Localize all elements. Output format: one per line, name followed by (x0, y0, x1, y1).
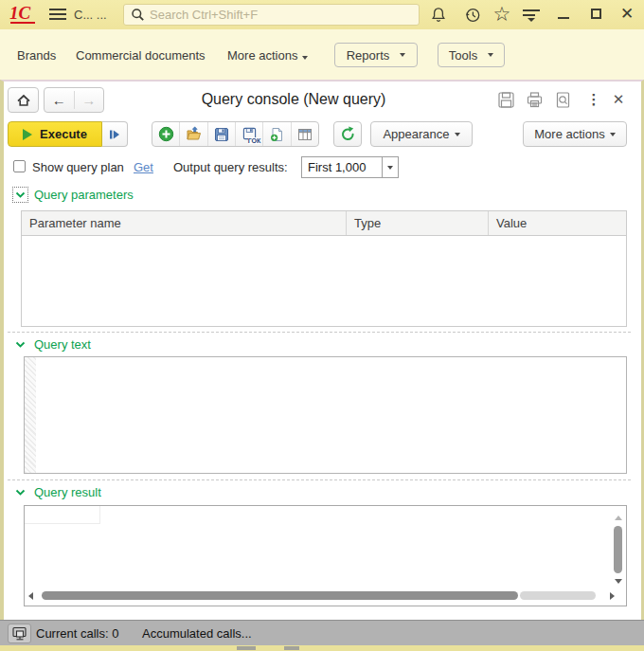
document-plus-icon (269, 127, 284, 142)
chevron-down-icon (387, 166, 393, 170)
1c-logo-icon: 1C (9, 4, 38, 25)
section-splitter[interactable] (8, 332, 631, 333)
history-icon[interactable] (462, 5, 483, 26)
section-splitter[interactable] (8, 479, 631, 480)
output-results-value[interactable]: First 1,000 (302, 157, 382, 177)
scroll-down-arrow-icon[interactable] (615, 579, 622, 584)
close-form-button[interactable]: ✕ (609, 90, 628, 109)
parameters-table-header: Parameter name Type Value (22, 211, 626, 236)
section-title-query-result[interactable]: Query result (34, 485, 101, 499)
horizontal-scrollbar[interactable] (28, 590, 615, 602)
current-calls-label: Current calls: 0 (36, 626, 118, 641)
vertical-scrollbar[interactable] (612, 510, 624, 586)
performance-indicators-button[interactable] (8, 624, 31, 643)
execute-step-button[interactable] (102, 121, 128, 147)
editor-gutter (25, 357, 36, 473)
status-bar: Current calls: 0 Accumulated calls... (0, 620, 644, 645)
app-window: 1C C... ... ☆ ✕ (0, 0, 644, 651)
print-icon[interactable] (525, 90, 544, 109)
scroll-up-arrow-icon[interactable] (615, 515, 622, 520)
section-title-parameters[interactable]: Query parameters (34, 188, 134, 202)
column-header-type[interactable]: Type (347, 211, 489, 235)
home-button[interactable] (8, 87, 39, 113)
show-query-plan-label: Show query plan (32, 160, 124, 174)
table-icon (297, 127, 313, 142)
chevron-down-icon (488, 53, 493, 57)
output-results-combo[interactable]: First 1,000 (301, 156, 399, 178)
chevron-down-icon (13, 188, 27, 202)
menu-bar: Brands Commercial documents More actions… (0, 29, 644, 80)
search-input[interactable] (150, 8, 419, 22)
appearance-button[interactable]: Appearance (370, 121, 473, 147)
menu-item-more-actions[interactable]: More actions (227, 48, 308, 63)
collapse-query-text-button[interactable] (12, 336, 28, 353)
page-title: Query console (New query) (104, 91, 483, 108)
floppy-icon (214, 127, 229, 142)
parameters-table[interactable]: Parameter name Type Value (21, 210, 627, 327)
collapse-parameters-button[interactable] (12, 187, 28, 203)
favorites-star-icon[interactable]: ☆ (492, 3, 512, 24)
forward-button[interactable]: → (75, 88, 104, 112)
global-search[interactable] (123, 4, 420, 26)
execute-button[interactable]: Execute (8, 121, 102, 147)
reports-button[interactable]: Reports (334, 43, 418, 67)
result-table-button[interactable] (292, 122, 318, 146)
combo-dropdown-button[interactable] (382, 157, 398, 177)
print-preview-icon[interactable] (553, 90, 572, 109)
show-query-plan-checkbox[interactable] (13, 160, 26, 172)
horizontal-scrollbar-thumb[interactable] (42, 591, 518, 600)
navigation-group: ← → (44, 87, 104, 113)
maximize-button[interactable] (591, 9, 601, 19)
taskbar-peek (284, 646, 299, 650)
column-header-parameter-name[interactable]: Parameter name (22, 211, 347, 235)
file-toolbar: ГОК (152, 121, 319, 147)
add-new-button[interactable] (152, 122, 180, 146)
more-actions-button[interactable]: More actions (523, 121, 627, 147)
monitor-icon (11, 626, 28, 642)
new-query-document-button[interactable] (263, 122, 291, 146)
section-title-query-text[interactable]: Query text (34, 337, 91, 352)
refresh-icon (340, 126, 356, 142)
more-menu-kebab-icon[interactable]: ⋮ (584, 90, 603, 109)
window-tab-title[interactable]: C... ... (74, 8, 107, 22)
save-query-ok-button[interactable]: ГОК (236, 122, 263, 146)
functions-menu-icon[interactable] (523, 9, 540, 21)
ok-label-icon: ГОК (248, 137, 261, 144)
taskbar-peek (237, 646, 256, 650)
get-link[interactable]: Get (134, 160, 153, 174)
scroll-right-arrow-icon[interactable] (610, 592, 615, 600)
menu-item-brands[interactable]: Brands (17, 48, 56, 63)
load-query-button[interactable] (180, 122, 207, 146)
horizontal-scrollbar-track[interactable] (520, 591, 596, 600)
open-folder-icon (186, 126, 202, 142)
chevron-down-icon (13, 337, 27, 352)
output-results-label: Output query results: (173, 160, 288, 174)
close-window-button[interactable]: ✕ (620, 4, 634, 24)
step-icon (107, 127, 122, 142)
add-icon (158, 126, 174, 142)
main-menu-hamburger-icon[interactable] (49, 9, 66, 21)
tools-button[interactable]: Tools (438, 43, 505, 67)
search-icon (131, 8, 145, 22)
save-query-button[interactable] (208, 122, 236, 146)
chevron-down-icon (610, 133, 616, 136)
save-icon[interactable] (496, 90, 515, 109)
accumulated-calls-label[interactable]: Accumulated calls... (142, 626, 252, 641)
scroll-left-arrow-icon[interactable] (28, 592, 33, 600)
window-bottom-edge (0, 645, 644, 651)
notifications-bell-icon[interactable] (428, 5, 449, 26)
title-bar: 1C C... ... ☆ ✕ (0, 0, 644, 29)
minimize-button[interactable] (558, 8, 570, 20)
home-icon (16, 93, 31, 108)
back-button[interactable]: ← (45, 88, 74, 112)
refresh-button[interactable] (333, 121, 362, 147)
menu-item-commercial-documents[interactable]: Commercial documents (76, 48, 206, 63)
query-text-editor[interactable] (24, 356, 627, 474)
column-header-value[interactable]: Value (489, 211, 626, 235)
chevron-down-icon (13, 485, 27, 499)
query-result-grid[interactable] (24, 505, 627, 606)
chevron-down-icon (455, 133, 460, 136)
chevron-down-icon (400, 53, 405, 57)
collapse-result-button[interactable] (12, 484, 28, 500)
vertical-scrollbar-thumb[interactable] (614, 526, 622, 573)
